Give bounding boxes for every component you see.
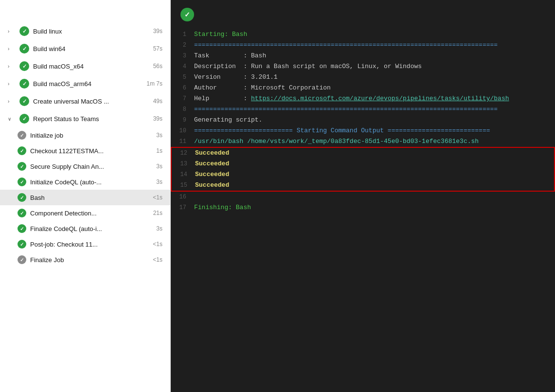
sub-item-finalize-job[interactable]: ✓ Finalize Job <1s xyxy=(0,252,170,267)
status-icon: ✓ xyxy=(19,114,29,124)
log-line-7: 7Help : https://docs.microsoft.com/azure… xyxy=(171,93,555,104)
sub-item-duration: <1s xyxy=(153,241,162,248)
left-panel: › ✓ Build linux 39s › ✓ Build win64 57s … xyxy=(0,0,171,392)
sub-item-name: Finalize CodeQL (auto-i... xyxy=(30,225,152,232)
log-line-13: 13Succeeded xyxy=(172,159,554,169)
sub-item-initialize-job[interactable]: ✓ Initialize job 3s xyxy=(0,127,170,143)
sub-item-duration: 3s xyxy=(156,132,162,139)
sub-item-component-detection[interactable]: ✓ Component Detection... 21s xyxy=(0,205,170,221)
sub-item-duration: 3s xyxy=(156,178,162,185)
job-item-report-status[interactable]: ∨ ✓ Report Status to Teams 39s xyxy=(0,110,170,127)
chevron-icon: › xyxy=(8,46,16,52)
log-line-4: 4Description : Run a Bash script on macO… xyxy=(171,61,555,72)
sub-item-post-job-checkout[interactable]: ✓ Post-job: Checkout 11... <1s xyxy=(0,236,170,252)
status-icon: ✓ xyxy=(19,61,29,71)
sub-item-duration: 21s xyxy=(153,210,162,216)
chevron-icon: › xyxy=(8,29,16,34)
line-number: 12 xyxy=(172,148,195,158)
line-content: Starting: Bash xyxy=(194,30,555,39)
log-line-14: 14Succeeded xyxy=(172,169,554,180)
job-item-create-universal[interactable]: › ✓ Create universal MacOS ... 49s xyxy=(0,92,170,110)
line-number: 7 xyxy=(171,94,194,104)
sub-item-name: Post-job: Checkout 11... xyxy=(30,241,149,248)
log-line-1: 1Starting: Bash xyxy=(171,29,555,40)
sub-item-name: Initialize job xyxy=(30,132,152,139)
sub-status-icon: ✓ xyxy=(18,255,26,264)
job-duration: 1m 7s xyxy=(146,80,162,87)
back-header xyxy=(0,0,170,10)
log-line-8: 8=======================================… xyxy=(171,104,555,115)
sub-item-duration: 1s xyxy=(156,147,162,154)
log-line-9: 9Generating script. xyxy=(171,115,555,125)
job-name: Build macOS_x64 xyxy=(33,63,149,70)
job-name: Build win64 xyxy=(33,45,149,53)
line-number: 3 xyxy=(171,51,194,61)
line-number: 10 xyxy=(171,126,194,136)
line-content: Succeeded xyxy=(195,180,554,190)
sub-status-icon: ✓ xyxy=(18,193,26,202)
log-lines: 1Starting: Bash2========================… xyxy=(171,29,555,213)
log-line-2: 2=======================================… xyxy=(171,40,555,51)
job-duration: 57s xyxy=(153,45,162,52)
sub-status-icon: ✓ xyxy=(18,162,26,171)
job-item-build-linux[interactable]: › ✓ Build linux 39s xyxy=(0,22,170,40)
sub-item-duration: 3s xyxy=(156,163,162,170)
line-number: 1 xyxy=(171,30,194,39)
log-line-16: 16 xyxy=(171,192,555,202)
log-container[interactable]: 1Starting: Bash2========================… xyxy=(171,29,555,392)
sub-status-icon: ✓ xyxy=(18,178,26,186)
line-content: Generating script. xyxy=(194,115,555,125)
line-number: 17 xyxy=(171,203,194,213)
line-content: Finishing: Bash xyxy=(194,203,555,213)
sub-item-secure-supply[interactable]: ✓ Secure Supply Chain An... 3s xyxy=(0,159,170,174)
job-name: Build macOS_arm64 xyxy=(33,80,143,88)
line-number: 16 xyxy=(171,192,194,202)
sub-status-icon: ✓ xyxy=(18,209,26,217)
sub-status-icon: ✓ xyxy=(18,240,26,249)
sub-item-duration: <1s xyxy=(153,194,162,201)
job-name: Build linux xyxy=(33,28,149,35)
sub-status-icon: ✓ xyxy=(18,224,26,233)
line-content: ========================================… xyxy=(194,40,555,50)
line-content: /usr/bin/bash /home/vsts/work/_temp/0a83… xyxy=(194,137,555,146)
job-duration: 49s xyxy=(153,98,162,105)
chevron-icon: › xyxy=(8,81,16,87)
help-link[interactable]: https://docs.microsoft.com/azure/devops/… xyxy=(251,95,509,102)
line-content: Author : Microsoft Corporation xyxy=(194,83,555,93)
log-line-15: 15Succeeded xyxy=(172,180,554,191)
line-number: 8 xyxy=(171,105,194,114)
line-number: 2 xyxy=(171,40,194,50)
succeeded-box: 12Succeeded13Succeeded14Succeeded15Succe… xyxy=(171,147,555,192)
chevron-icon: › xyxy=(8,64,16,69)
sub-item-name: Initialize CodeQL (auto-... xyxy=(30,178,152,186)
job-name: Report Status to Teams xyxy=(33,115,149,123)
status-icon: ✓ xyxy=(19,26,29,36)
line-number: 6 xyxy=(171,83,194,93)
line-content: Succeeded xyxy=(195,148,554,158)
sub-status-icon: ✓ xyxy=(18,146,26,155)
sub-item-name: Bash xyxy=(30,194,149,201)
log-line-6: 6Author : Microsoft Corporation xyxy=(171,83,555,93)
sub-item-initialize-codeql[interactable]: ✓ Initialize CodeQL (auto-... 3s xyxy=(0,174,170,190)
sub-item-finalize-codeql[interactable]: ✓ Finalize CodeQL (auto-i... 3s xyxy=(0,221,170,236)
sub-item-duration: 3s xyxy=(156,225,162,232)
line-content: Succeeded xyxy=(195,170,554,179)
job-item-build-macos-x64[interactable]: › ✓ Build macOS_x64 56s xyxy=(0,57,170,75)
right-panel: ✓ 1Starting: Bash2======================… xyxy=(171,0,555,392)
job-item-build-macos-arm64[interactable]: › ✓ Build macOS_arm64 1m 7s xyxy=(0,75,170,92)
job-duration: 39s xyxy=(153,115,162,122)
sub-item-bash[interactable]: ✓ Bash <1s xyxy=(0,190,170,205)
line-number: 5 xyxy=(171,72,194,82)
sub-item-name: Checkout 1122TESTMA... xyxy=(30,147,152,155)
sub-item-checkout[interactable]: ✓ Checkout 1122TESTMA... 1s xyxy=(0,143,170,159)
sub-status-icon: ✓ xyxy=(18,131,26,140)
sub-item-name: Component Detection... xyxy=(30,210,149,217)
line-number: 13 xyxy=(172,159,195,169)
section-label xyxy=(0,17,170,22)
log-line-12: 12Succeeded xyxy=(172,148,554,159)
line-content: Help : https://docs.microsoft.com/azure/… xyxy=(194,94,555,104)
job-name: Create universal MacOS ... xyxy=(33,98,149,105)
line-content: Version : 3.201.1 xyxy=(194,72,555,82)
job-item-build-win64[interactable]: › ✓ Build win64 57s xyxy=(0,40,170,57)
sub-item-duration: <1s xyxy=(153,256,162,263)
